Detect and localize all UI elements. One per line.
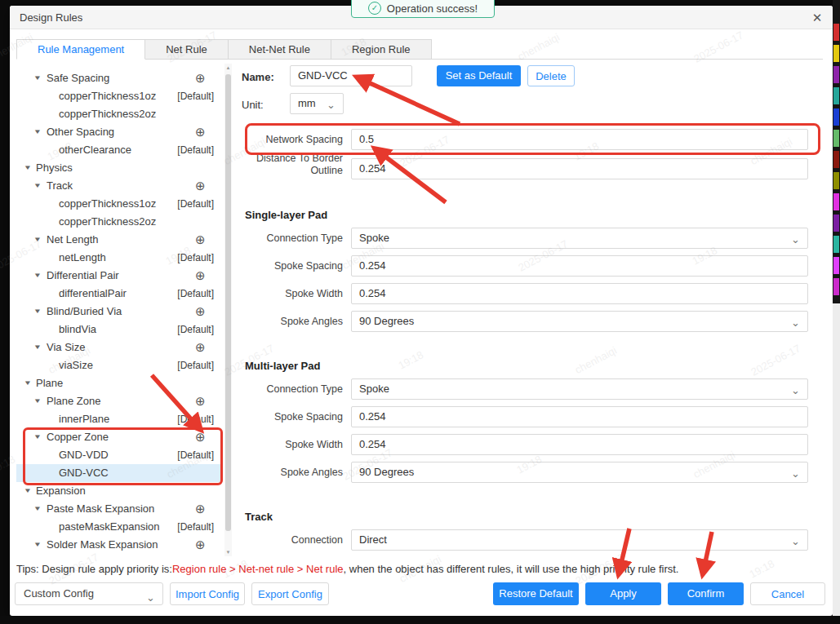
add-rule-icon[interactable]: ⊕: [195, 502, 206, 516]
tree-item-gnd-vdd[interactable]: GND-VDD[Default]: [16, 446, 220, 464]
select-value: Spoke: [359, 232, 389, 244]
field-label: Connection Type: [245, 383, 343, 396]
network-spacing-input[interactable]: 0.5: [351, 129, 808, 150]
tree-item-gnd-vcc[interactable]: GND-VCC: [16, 464, 220, 482]
ml-spoke-angles-select[interactable]: 90 Degrees ⌄: [351, 462, 808, 483]
tree-item-differential-pair[interactable]: ▼Differential Pair⊕: [16, 267, 220, 285]
tree-item-other-spacing[interactable]: ▼Other Spacing⊕: [16, 123, 220, 141]
tree-collapse-icon[interactable]: ▼: [33, 541, 42, 548]
tree-collapse-icon[interactable]: ▼: [24, 379, 32, 387]
tree-item-blind-buried-via[interactable]: ▼Blind/Buried Via⊕: [16, 303, 220, 321]
tree-item-plane-zone[interactable]: ▼Plane Zone⊕: [16, 392, 220, 410]
tree-item-label: copperThickness1oz: [59, 90, 156, 102]
tree-collapse-icon[interactable]: ▼: [33, 433, 42, 440]
tree-collapse-icon[interactable]: ▼: [33, 343, 42, 351]
tree-collapse-icon[interactable]: ▼: [33, 236, 42, 243]
export-config-button[interactable]: Export Config: [251, 582, 329, 605]
tree-item-paste-mask-expansion[interactable]: ▼Paste Mask Expansion⊕: [16, 500, 220, 518]
restore-default-button[interactable]: Restore Default: [493, 582, 579, 605]
add-rule-icon[interactable]: ⊕: [195, 71, 206, 86]
chevron-down-icon: ⌄: [791, 464, 800, 484]
tree-item-copperthickness1oz[interactable]: copperThickness1oz[Default]: [16, 195, 220, 213]
tree-item-label: innerPlane: [59, 413, 109, 425]
import-config-button[interactable]: Import Config: [170, 582, 245, 605]
tree-item-pastemaskexpansion[interactable]: pasteMaskExpansion[Default]: [16, 518, 220, 536]
select-value: 90 Degrees: [359, 315, 414, 327]
tree-collapse-icon[interactable]: ▼: [24, 164, 32, 171]
tree-item-viasize[interactable]: viaSize[Default]: [16, 356, 220, 374]
tree-collapse-icon[interactable]: ▼: [33, 272, 42, 279]
sl-spoke-width-input[interactable]: 0.254: [351, 283, 808, 304]
tree-item-track[interactable]: ▼Track⊕: [16, 177, 220, 195]
sl-connection-type-select[interactable]: Spoke ⌄: [351, 228, 808, 249]
add-rule-icon[interactable]: ⊕: [195, 394, 206, 409]
scroll-down-icon[interactable]: ▼: [224, 550, 232, 555]
tab-net-rule[interactable]: Net Rule: [144, 39, 229, 60]
tree-item-net-length[interactable]: ▼Net Length⊕: [16, 231, 220, 249]
default-badge: [Default]: [177, 91, 214, 102]
ml-spoke-width-input[interactable]: 0.254: [351, 434, 808, 455]
confirm-button[interactable]: Confirm: [668, 582, 744, 605]
tree-item-netlength[interactable]: netLength[Default]: [16, 249, 220, 267]
tree-item-solder-mask-expansion[interactable]: ▼Solder Mask Expansion⊕: [16, 536, 220, 554]
distance-to-border-input[interactable]: 0.254: [351, 158, 808, 179]
scrollbar-thumb[interactable]: [225, 74, 231, 531]
tree-item-label: Solder Mask Expansion: [47, 538, 158, 551]
tree-item-copperthickness1oz[interactable]: copperThickness1oz[Default]: [16, 87, 220, 105]
tree-item-physics[interactable]: ▼Physics: [16, 159, 220, 177]
tab-bar: Rule ManagementNet RuleNet-Net RuleRegio…: [16, 39, 823, 60]
unit-label: Unit:: [242, 99, 264, 111]
tree-item-innerplane[interactable]: innerPlane[Default]: [16, 410, 220, 428]
tree-collapse-icon[interactable]: ▼: [33, 505, 42, 512]
tree-item-blindvia[interactable]: blindVia[Default]: [16, 321, 220, 339]
field-label: Spoke Width: [245, 288, 343, 300]
set-as-default-button[interactable]: Set as Default: [437, 65, 521, 86]
add-rule-icon[interactable]: ⊕: [195, 304, 206, 319]
add-rule-icon[interactable]: ⊕: [195, 340, 206, 355]
tree-item-safe-spacing[interactable]: ▼Safe Spacing⊕: [16, 69, 220, 87]
name-input[interactable]: GND-VCC: [290, 65, 412, 86]
tips-priority-order: Region rule > Net-net rule > Net rule: [172, 563, 344, 575]
tree-item-copperthickness2oz[interactable]: copperThickness2oz: [16, 105, 220, 123]
close-icon[interactable]: ✕: [808, 9, 826, 27]
tree-item-otherclearance[interactable]: otherClearance[Default]: [16, 141, 220, 159]
tree-item-expansion[interactable]: ▼Expansion: [16, 482, 220, 500]
ml-spoke-spacing-input[interactable]: 0.254: [351, 406, 808, 427]
config-select[interactable]: Custom Config ⌄: [15, 582, 163, 605]
tree-collapse-icon[interactable]: ▼: [33, 182, 42, 189]
tips-text: Tips: Design rule apply priority is:Regi…: [16, 563, 824, 575]
add-rule-icon[interactable]: ⊕: [195, 179, 206, 193]
delete-button[interactable]: Delete: [527, 65, 575, 86]
tab-region-rule[interactable]: Region Rule: [331, 39, 432, 60]
tree-scrollbar[interactable]: ▲ ▼: [224, 64, 232, 556]
tree-collapse-icon[interactable]: ▼: [33, 397, 42, 405]
tab-net-net-rule[interactable]: Net-Net Rule: [228, 39, 331, 60]
tree-item-label: differentialPair: [59, 287, 127, 299]
tree-collapse-icon[interactable]: ▼: [33, 308, 42, 315]
tree-collapse-icon[interactable]: ▼: [33, 128, 42, 135]
sl-spoke-angles-select[interactable]: 90 Degrees ⌄: [351, 311, 808, 332]
add-rule-icon[interactable]: ⊕: [195, 538, 206, 552]
tree-item-differentialpair[interactable]: differentialPair[Default]: [16, 285, 220, 303]
field-label: Spoke Angles: [245, 316, 343, 328]
tree-item-plane[interactable]: ▼Plane: [16, 374, 220, 392]
ml-connection-type-select[interactable]: Spoke ⌄: [351, 378, 808, 400]
apply-button[interactable]: Apply: [585, 582, 661, 605]
tree-item-copperthickness2oz[interactable]: copperThickness2oz: [16, 213, 220, 231]
track-connection-select[interactable]: Direct ⌄: [351, 529, 808, 551]
tree-collapse-icon[interactable]: ▼: [24, 487, 32, 494]
sl-spoke-spacing-input[interactable]: 0.254: [351, 255, 808, 277]
unit-select[interactable]: mm ⌄: [290, 93, 344, 114]
tree-collapse-icon[interactable]: ▼: [33, 74, 42, 82]
tree-item-via-size[interactable]: ▼Via Size⊕: [16, 339, 220, 356]
screen: Design Rules ✕ Rule ManagementNet RuleNe…: [0, 0, 840, 624]
add-rule-icon[interactable]: ⊕: [195, 268, 206, 283]
tab-rule-management[interactable]: Rule Management: [16, 39, 145, 60]
tips-suffix: , when the object has different rules, i…: [344, 563, 679, 575]
cancel-button[interactable]: Cancel: [750, 582, 825, 605]
add-rule-icon[interactable]: ⊕: [195, 430, 206, 445]
scroll-up-icon[interactable]: ▲: [224, 65, 232, 70]
tree-item-copper-zone[interactable]: ▼Copper Zone⊕: [16, 428, 220, 446]
add-rule-icon[interactable]: ⊕: [195, 232, 206, 247]
add-rule-icon[interactable]: ⊕: [195, 125, 206, 139]
